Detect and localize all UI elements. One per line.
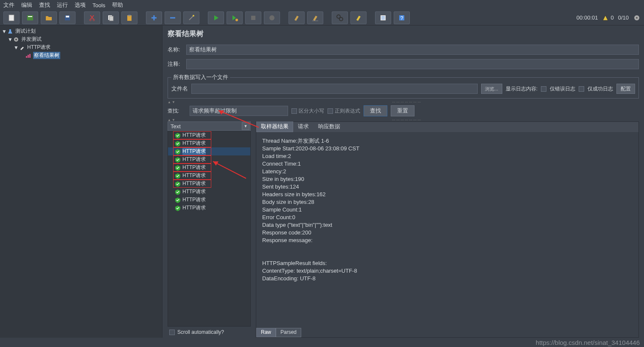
search-input[interactable] xyxy=(190,106,288,116)
svg-point-14 xyxy=(269,15,274,20)
splitter-handle-2[interactable]: ▲▼⋯⋯⋯⋯⋯⋯⋯ xyxy=(168,118,639,121)
result-item[interactable]: HTTP请求 xyxy=(168,188,250,196)
tree-test-plan[interactable]: ▼ 测试计划 xyxy=(0,27,162,35)
comment-label: 注释: xyxy=(168,60,186,68)
open-button[interactable] xyxy=(41,11,57,24)
success-icon xyxy=(175,157,181,163)
chevron-down-icon: ▼ xyxy=(242,122,249,130)
svg-rect-25 xyxy=(28,55,29,58)
copy-button[interactable] xyxy=(103,11,119,24)
result-item[interactable]: HTTP请求 xyxy=(168,164,250,172)
result-list-panel: Text ▼ HTTP请求HTTP请求HTTP请求HTTP请求HTTP请求HTT… xyxy=(168,121,251,338)
tree-view-results[interactable]: 察看结果树 xyxy=(0,51,162,59)
result-item[interactable]: HTTP请求 xyxy=(168,204,250,212)
search-label: 查找: xyxy=(168,107,186,115)
menu-tools[interactable]: Tools xyxy=(92,2,105,8)
toolbar: ? 00:00:01 0 0/10 xyxy=(0,10,644,25)
svg-rect-4 xyxy=(66,16,69,17)
svg-point-23 xyxy=(15,39,17,40)
svg-rect-1 xyxy=(27,15,33,20)
start-no-pause-button[interactable] xyxy=(227,11,243,24)
name-input[interactable] xyxy=(186,45,639,55)
reset-button[interactable]: 重置 xyxy=(391,105,414,116)
function-helper-button[interactable] xyxy=(375,11,391,24)
help-button[interactable]: ? xyxy=(394,11,410,24)
result-item[interactable]: HTTP请求 xyxy=(168,172,250,180)
menu-run[interactable]: 运行 xyxy=(57,1,68,9)
save-button[interactable] xyxy=(59,11,76,24)
tab-request[interactable]: 请求 xyxy=(293,121,314,132)
svg-rect-8 xyxy=(109,16,113,21)
result-item[interactable]: HTTP请求 xyxy=(168,147,250,155)
result-item[interactable]: HTTP请求 xyxy=(168,196,250,204)
start-button[interactable] xyxy=(208,11,224,24)
tree-http-request[interactable]: ▼ HTTP请求 xyxy=(0,43,162,51)
svg-rect-24 xyxy=(26,56,27,58)
tab-parsed[interactable]: Parsed xyxy=(276,328,301,337)
menubar: 文件 编辑 查找 运行 选项 Tools 帮助 xyxy=(0,0,644,10)
templates-button[interactable] xyxy=(22,11,38,24)
regex-checkbox[interactable] xyxy=(328,108,333,114)
success-icon xyxy=(175,181,181,187)
result-item[interactable]: HTTP请求 xyxy=(168,155,250,164)
test-plan-tree[interactable]: ▼ 测试计划 ▼ 并发测试 ▼ HTTP请求 察看结果树 xyxy=(0,25,162,338)
only-success-checkbox[interactable] xyxy=(579,86,584,92)
panel-title: 察看结果树 xyxy=(168,29,639,39)
remove-button[interactable] xyxy=(165,11,181,24)
comment-input[interactable] xyxy=(186,59,639,69)
svg-point-11 xyxy=(193,15,194,17)
browse-button[interactable]: 浏览... xyxy=(481,84,502,94)
menu-help[interactable]: 帮助 xyxy=(112,1,123,9)
menu-options[interactable]: 选项 xyxy=(75,1,86,9)
svg-point-21 xyxy=(636,17,638,19)
svg-text:?: ? xyxy=(400,15,403,21)
shutdown-button[interactable] xyxy=(264,11,280,24)
tree-thread-group[interactable]: ▼ 并发测试 xyxy=(0,35,162,43)
pipette-icon xyxy=(19,44,25,51)
config-button[interactable]: 配置 xyxy=(616,84,635,94)
scroll-auto-checkbox[interactable] xyxy=(169,330,175,335)
search-button[interactable] xyxy=(332,11,348,24)
success-icon xyxy=(175,205,181,211)
gear-icon[interactable] xyxy=(633,14,641,22)
stop-button[interactable] xyxy=(245,11,261,24)
success-icon xyxy=(175,141,181,147)
cut-button[interactable] xyxy=(84,11,100,24)
renderer-dropdown[interactable]: Text ▼ xyxy=(168,121,251,131)
case-checkbox[interactable] xyxy=(291,108,297,114)
menu-file[interactable]: 文件 xyxy=(3,1,14,9)
clear-button[interactable] xyxy=(288,11,305,24)
warning-indicator[interactable]: 0 xyxy=(602,14,613,21)
result-item[interactable]: HTTP请求 xyxy=(168,131,250,139)
flask-icon xyxy=(7,28,14,35)
svg-rect-26 xyxy=(29,54,31,58)
add-button[interactable] xyxy=(146,11,162,24)
filename-label: 文件名 xyxy=(171,85,188,93)
reset-search-button[interactable] xyxy=(350,11,367,24)
tab-sampler-result[interactable]: 取样器结果 xyxy=(256,121,293,132)
find-button[interactable]: 查找 xyxy=(364,105,387,116)
menu-edit[interactable]: 编辑 xyxy=(21,1,32,9)
new-button[interactable] xyxy=(3,11,20,24)
result-item[interactable]: HTTP请求 xyxy=(168,180,250,188)
detail-body[interactable]: Thread Name:并发测试 1-6Sample Start:2020-08… xyxy=(256,132,638,328)
tab-raw[interactable]: Raw xyxy=(256,328,276,337)
results-tree[interactable]: HTTP请求HTTP请求HTTP请求HTTP请求HTTP请求HTTP请求HTTP… xyxy=(168,131,251,327)
timer-label: 00:00:01 xyxy=(577,14,598,21)
only-error-checkbox[interactable] xyxy=(541,86,546,92)
svg-rect-10 xyxy=(128,15,131,16)
clear-all-button[interactable] xyxy=(307,11,323,24)
splitter-handle[interactable]: ▲▼⋯⋯⋯⋯⋯⋯⋯ xyxy=(168,100,639,104)
menu-search[interactable]: 查找 xyxy=(39,1,50,9)
warning-icon xyxy=(602,14,609,21)
tab-response[interactable]: 响应数据 xyxy=(314,121,345,132)
gear-icon xyxy=(13,36,20,43)
wand-button[interactable] xyxy=(183,11,199,24)
name-label: 名称: xyxy=(168,46,186,54)
success-icon xyxy=(175,133,181,138)
watermark: https://blog.csdn.net/sinat_34104446 xyxy=(536,339,640,346)
result-item[interactable]: HTTP请求 xyxy=(168,139,250,147)
paste-button[interactable] xyxy=(121,11,137,24)
filename-input[interactable] xyxy=(191,84,478,94)
content-panel: 察看结果树 名称: 注释: 所有数据写入一个文件 文件名 浏览... 显示日志内… xyxy=(162,25,644,338)
